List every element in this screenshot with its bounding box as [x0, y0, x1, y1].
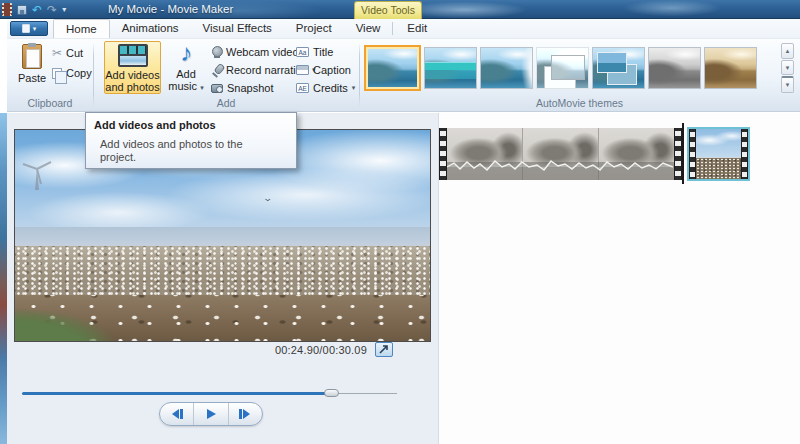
scissors-icon: ✂ [52, 46, 62, 60]
video-clip-2-selected[interactable] [687, 127, 750, 181]
add-music-button[interactable]: ♪ Add music ▾ [165, 41, 207, 101]
theme-sepia[interactable] [704, 47, 757, 89]
tab-visual-effects[interactable]: Visual Effects [191, 19, 284, 38]
tab-project[interactable]: Project [284, 19, 344, 38]
timeline-playhead[interactable] [682, 123, 684, 184]
preview-bird-colony [15, 246, 430, 301]
paste-button[interactable]: Paste [14, 42, 50, 104]
tab-home[interactable]: Home [53, 19, 110, 38]
add-group-label: Add [93, 97, 359, 109]
paste-icon [22, 44, 42, 69]
microphone-icon [211, 64, 222, 76]
cut-button[interactable]: ✂ Cut [52, 45, 83, 61]
file-menu-button[interactable]: ▾ [10, 21, 48, 36]
credits-dropdown-icon: ▾ [352, 84, 356, 92]
add-videos-and-photos-button[interactable]: Add videos and photos [104, 41, 161, 94]
title-bar[interactable]: ↶ ↷ ▾ My Movie - Movie Maker Video Tools [0, 0, 800, 19]
filmstrip-sprockets [674, 128, 682, 180]
file-menu-caret-icon: ▾ [33, 25, 37, 33]
gallery-scroll: ▲ ▼ ▼ [781, 43, 794, 93]
caption-button[interactable]: Caption [296, 61, 355, 79]
gallery-scroll-down-button[interactable]: ▼ [781, 60, 794, 76]
movie-maker-window: ↶ ↷ ▾ My Movie - Movie Maker Video Tools… [0, 0, 800, 444]
theme-pan-and-zoom[interactable] [592, 47, 645, 89]
seek-thumb[interactable] [324, 389, 339, 397]
automovie-themes-group: ▲ ▼ ▼ AutoMovie themes [359, 39, 800, 111]
copy-button[interactable]: Copy [52, 65, 92, 81]
quick-access-toolbar: ↶ ↷ ▾ [2, 2, 66, 17]
tooltip-title: Add videos and photos [94, 119, 288, 131]
fullscreen-arrow-icon [379, 345, 389, 354]
add-music-dropdown-icon: ▾ [200, 84, 204, 91]
theme-contemporary[interactable] [424, 47, 477, 89]
theme-cinematic[interactable] [480, 47, 533, 89]
tooltip-add-videos: Add videos and photos Add videos and pho… [85, 112, 297, 169]
video-clip-1[interactable] [439, 128, 682, 180]
theme-fade[interactable] [536, 47, 589, 89]
play-icon [204, 408, 218, 420]
audio-waveform [447, 158, 673, 172]
filmstrip-sprockets [741, 129, 748, 179]
clip2-thumbnail [696, 129, 741, 179]
storyboard-pane[interactable] [438, 113, 800, 444]
tab-separator [392, 22, 393, 35]
tab-view[interactable]: View [344, 19, 393, 38]
theme-black-and-white[interactable] [648, 47, 701, 89]
filmstrip-sprockets [689, 129, 696, 179]
add-videos-icon [118, 44, 148, 67]
previous-frame-icon [169, 408, 185, 420]
playback-timecode: 00:24.90/00:30.09 [237, 344, 367, 356]
undo-icon[interactable]: ↶ [32, 4, 42, 16]
gallery-scroll-up-button[interactable]: ▲ [781, 43, 794, 59]
theme-gallery [364, 42, 779, 94]
caption-icon [296, 65, 309, 75]
gallery-more-button[interactable]: ▼ [781, 76, 794, 93]
tab-edit[interactable]: Edit [395, 19, 439, 38]
ribbon-tab-row: ▾ Home Animations Visual Effects Project… [7, 19, 800, 38]
add-group: Add videos and photos ♪ Add music ▾ Webc… [93, 39, 359, 111]
video-tools-contextual-tab[interactable]: Video Tools [354, 1, 422, 19]
next-frame-button[interactable] [228, 403, 262, 425]
ribbon: Paste ✂ Cut Copy Clipboard Add videos an… [7, 38, 800, 112]
credits-icon: AE [296, 83, 309, 93]
seek-bar[interactable] [22, 389, 396, 398]
save-icon[interactable] [17, 5, 27, 15]
window-glass-edge [0, 113, 7, 444]
previous-frame-button[interactable] [160, 403, 193, 425]
app-icon[interactable] [2, 3, 12, 16]
theme-default[interactable] [364, 45, 421, 91]
webcam-icon [211, 46, 222, 58]
clip2-colony [696, 157, 741, 180]
tab-animations[interactable]: Animations [110, 19, 191, 38]
window-title: My Movie - Movie Maker [108, 3, 233, 15]
next-frame-icon [237, 408, 253, 420]
preview-grass-patch [14, 301, 123, 342]
seek-progress [22, 392, 332, 395]
preview-silhouette [21, 160, 61, 190]
play-button[interactable] [193, 403, 227, 425]
title-button[interactable]: Aa Title [296, 43, 355, 61]
flying-bird: ⌄ [262, 193, 273, 203]
redo-icon[interactable]: ↷ [47, 4, 57, 16]
title-icon: Aa [296, 47, 309, 57]
clipboard-group: Paste ✂ Cut Copy Clipboard [8, 39, 92, 111]
qat-menu-icon[interactable]: ▾ [62, 5, 66, 15]
automovie-group-label: AutoMovie themes [359, 97, 800, 109]
file-menu-icon [22, 24, 30, 33]
copy-icon [52, 68, 62, 79]
music-note-icon: ♪ [180, 41, 192, 65]
credits-button[interactable]: AE Credits ▾ [296, 79, 355, 97]
camera-icon [211, 84, 223, 93]
fullscreen-preview-button[interactable] [375, 342, 393, 357]
tooltip-body: Add videos and photos to the project. [100, 138, 270, 164]
clip2-sky [696, 129, 741, 157]
clipboard-group-label: Clipboard [8, 97, 92, 109]
filmstrip-sprockets [439, 128, 447, 180]
transport-controls [159, 402, 263, 426]
